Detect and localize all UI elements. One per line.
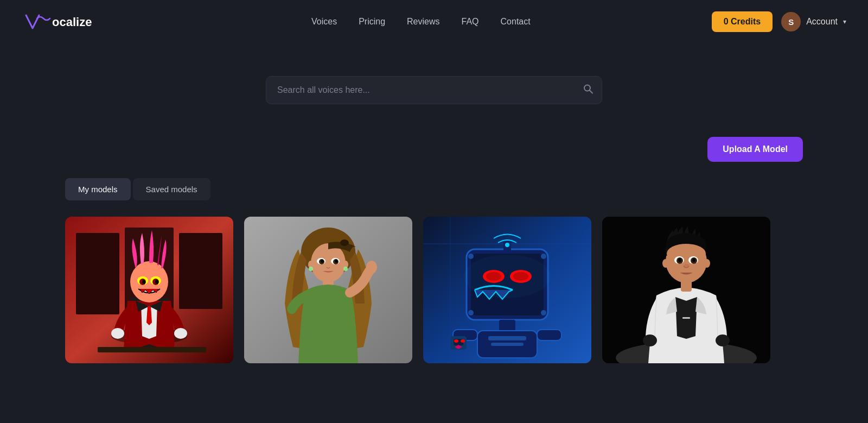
svg-point-14 — [142, 280, 145, 284]
tabs-row: My models Saved models — [0, 178, 868, 200]
model-card-4[interactable] — [602, 217, 770, 363]
svg-point-72 — [678, 258, 681, 262]
nav-faq[interactable]: FAQ — [462, 17, 479, 26]
search-icon — [583, 84, 593, 94]
avatar: S — [781, 12, 801, 31]
svg-point-46 — [468, 254, 474, 259]
svg-point-47 — [541, 254, 546, 259]
nav-contact[interactable]: Contact — [501, 17, 531, 26]
nav-reviews[interactable]: Reviews — [407, 17, 439, 26]
logo-svg: ocalize — [22, 11, 130, 33]
search-button[interactable] — [583, 84, 593, 97]
nav-links: Voices Pricing Reviews FAQ Contact — [311, 17, 531, 27]
svg-point-15 — [155, 280, 158, 284]
nav-voices[interactable]: Voices — [311, 17, 337, 26]
model-card-1[interactable] — [65, 217, 233, 363]
model-image-3 — [423, 217, 591, 363]
nav-pricing[interactable]: Pricing — [359, 17, 385, 26]
account-button[interactable]: S Account ▾ — [781, 12, 846, 31]
svg-point-17 — [174, 328, 187, 339]
svg-rect-55 — [537, 330, 561, 340]
search-section — [0, 76, 868, 104]
svg-rect-53 — [491, 343, 524, 346]
svg-point-78 — [716, 334, 730, 346]
model-card-2[interactable] — [244, 217, 412, 363]
svg-rect-63 — [682, 317, 690, 319]
svg-point-74 — [684, 264, 689, 267]
svg-point-67 — [667, 244, 706, 263]
search-wrapper — [266, 76, 602, 104]
svg-point-59 — [461, 339, 465, 343]
svg-point-49 — [541, 310, 546, 315]
chevron-down-icon: ▾ — [843, 18, 846, 26]
upload-row: Upload A Model — [0, 137, 868, 162]
tab-my-models[interactable]: My models — [65, 178, 131, 200]
svg-point-23 — [340, 239, 349, 246]
logo[interactable]: ocalize — [22, 11, 130, 33]
svg-point-58 — [454, 339, 458, 343]
svg-point-76 — [704, 259, 710, 268]
svg-point-75 — [662, 259, 669, 268]
svg-rect-5 — [76, 233, 119, 314]
tab-saved-models[interactable]: Saved models — [133, 178, 210, 200]
svg-point-45 — [505, 243, 509, 247]
model-image-1 — [65, 217, 233, 363]
account-label: Account — [806, 17, 838, 27]
model-image-4 — [602, 217, 770, 363]
model-image-2 — [244, 217, 412, 363]
credits-button[interactable]: 0 Credits — [712, 11, 773, 32]
models-grid — [0, 200, 868, 363]
svg-point-77 — [643, 334, 657, 346]
search-input[interactable] — [266, 76, 602, 104]
model-card-3[interactable] — [423, 217, 591, 363]
svg-line-2 — [590, 91, 592, 93]
svg-point-33 — [343, 267, 348, 271]
svg-text:ocalize: ocalize — [52, 15, 92, 29]
svg-point-16 — [111, 328, 124, 339]
svg-point-60 — [464, 255, 551, 298]
svg-point-48 — [468, 310, 474, 315]
svg-point-28 — [321, 260, 324, 263]
svg-rect-7 — [179, 233, 222, 309]
svg-point-29 — [335, 260, 338, 263]
upload-model-button[interactable]: Upload A Model — [707, 137, 803, 162]
navbar: ocalize Voices Pricing Reviews FAQ Conta… — [0, 0, 868, 43]
svg-point-73 — [692, 258, 695, 262]
svg-point-34 — [366, 261, 377, 274]
svg-rect-50 — [499, 320, 515, 331]
svg-rect-18 — [98, 347, 206, 352]
svg-point-32 — [309, 267, 313, 271]
nav-right: 0 Credits S Account ▾ — [712, 11, 846, 32]
svg-rect-52 — [488, 336, 526, 340]
